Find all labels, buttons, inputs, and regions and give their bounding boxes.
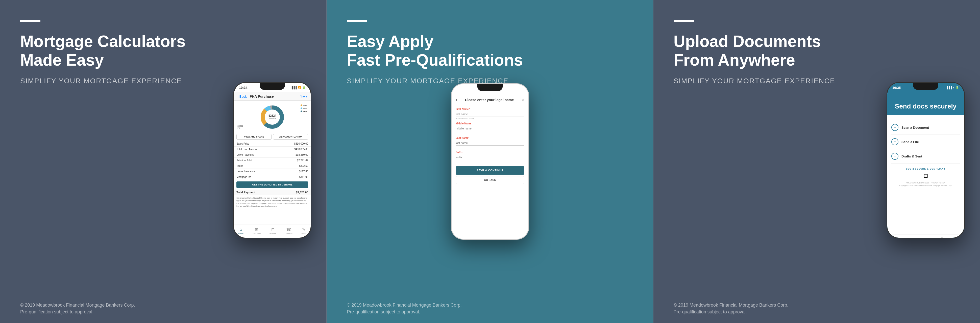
- chart-labels-right: $312 $892 $128: [301, 104, 307, 112]
- table-row: Total Loan Amount $480,005.63: [234, 147, 311, 152]
- left-phone-frame: 10:34 ▐▐▐ 📶 🔋 ‹ Back FHA Purchase Save: [233, 82, 312, 239]
- right-bottom-contacts[interactable]: ☎ Contacts: [938, 237, 946, 238]
- left-panel: Mortgage Calculators Made Easy SIMPLIFY …: [0, 0, 326, 323]
- left-phone-footer-text: It is important to find the right home l…: [234, 195, 311, 209]
- get-prequalified-btn[interactable]: GET PRE-QUALIFIED BY JEROME: [236, 181, 308, 188]
- bottom-nav-calculator[interactable]: ⊞ Calculator: [252, 227, 261, 235]
- scan-document-option[interactable]: + Scan a Document: [891, 120, 960, 135]
- chart-center-text: $2624 Monthly: [269, 114, 276, 119]
- left-calc-table: Sales Price $510,000.00 Total Loan Amoun…: [234, 141, 311, 180]
- table-row: Mortgage Ins $311.98: [234, 174, 311, 180]
- table-row: Sales Price $510,000.00: [234, 141, 311, 147]
- form-close-btn[interactable]: ×: [522, 97, 524, 103]
- right-status-time: 10:35: [892, 86, 901, 90]
- send-file-label: Send a File: [902, 140, 919, 144]
- send-docs-body: + Scan a Document + Send a File + Drafts…: [887, 115, 964, 234]
- right-bottom-home[interactable]: ⌂ Home: [892, 237, 897, 238]
- drafts-plus-icon: +: [891, 153, 899, 160]
- table-row: Down Payment $38,250.00: [234, 152, 311, 158]
- left-total-table: Total Payment $3,623.60: [234, 190, 311, 195]
- table-row: Home Insurance $127.50: [234, 169, 311, 174]
- form-title: Please enter your legal name: [457, 98, 522, 102]
- left-status-bar: 10:34 ▐▐▐ 📶 🔋: [234, 83, 311, 92]
- middle-notch-spacer: [452, 84, 528, 93]
- suffix-label: Suffix: [456, 151, 524, 154]
- accent-bar-middle: [347, 20, 367, 22]
- drafts-sent-option[interactable]: + Drafts & Sent: [891, 149, 960, 163]
- accent-bar-left: [20, 20, 40, 22]
- left-status-icons: ▐▐▐ 📶 🔋: [291, 86, 305, 89]
- right-phone-screen: 10:35 ▐▐▐ ● 🔋 Send docs securely +: [887, 83, 964, 238]
- table-row: Taxes $892.50: [234, 163, 311, 169]
- right-phone-area: 10:35 ▐▐▐ ● 🔋 Send docs securely +: [886, 13, 965, 308]
- chart-label-left: $2292 P&I: [237, 125, 243, 129]
- send-docs-title: Send docs securely: [891, 103, 960, 110]
- left-calc-buttons: VIEW AND SHARE VIEW AMORTIZATION: [234, 133, 311, 141]
- middle-phone-frame: ‹ Please enter your legal name × First N…: [451, 83, 529, 240]
- equal-housing-area: ⊟: [891, 170, 960, 182]
- middle-name-label: Middle Name: [456, 122, 524, 125]
- first-name-input[interactable]: [456, 112, 524, 117]
- view-amortization-btn[interactable]: VIEW AMORTIZATION: [273, 134, 308, 139]
- send-plus-icon: +: [891, 138, 899, 145]
- right-status-icons: ▐▐▐ ● 🔋: [946, 86, 959, 89]
- left-phone-area: 10:34 ▐▐▐ 📶 🔋 ‹ Back FHA Purchase Save: [233, 13, 312, 308]
- middle-phone-screen: ‹ Please enter your legal name × First N…: [452, 84, 528, 239]
- right-panel: Upload Documents From Anywhere SIMPLIFY …: [654, 0, 980, 323]
- left-status-time: 10:34: [239, 86, 247, 90]
- left-nav-save[interactable]: Save: [300, 95, 307, 98]
- right-bottom-browse[interactable]: ⊡ Browse: [923, 237, 930, 238]
- accent-bar-right: [674, 20, 694, 22]
- table-row: Principal & Int $2,291.62: [234, 158, 311, 163]
- suffix-input[interactable]: [456, 155, 524, 160]
- left-chart-area: $2624 Monthly $312 $892: [234, 101, 311, 133]
- legal-text: NMLS CONSUMER ACCESS | PRIVACY POLICY Co…: [891, 182, 960, 187]
- right-bottom-loans[interactable]: ✎ Loans: [955, 237, 960, 238]
- left-phone-screen: 10:34 ▐▐▐ 📶 🔋 ‹ Back FHA Purchase Save: [234, 83, 311, 238]
- first-name-label: First Name*: [456, 108, 524, 111]
- save-continue-btn[interactable]: SAVE & CONTINUE: [456, 166, 524, 175]
- form-fields: First Name* Borrower First Name Middle N…: [452, 105, 528, 163]
- middle-form-header: ‹ Please enter your legal name ×: [452, 93, 528, 105]
- right-phone-frame: 10:35 ▐▐▐ ● 🔋 Send docs securely +: [886, 82, 965, 239]
- equal-housing-icon: ⊟: [891, 173, 960, 179]
- right-footer: © 2019 Meadowbrook Financial Mortgage Ba…: [674, 302, 789, 315]
- left-nav-back[interactable]: ‹ Back: [237, 95, 247, 98]
- send-file-option[interactable]: + Send a File: [891, 135, 960, 149]
- view-share-btn[interactable]: VIEW AND SHARE: [236, 134, 272, 139]
- scan-plus-icon: +: [891, 124, 899, 131]
- suffix-sublabel: [456, 160, 524, 163]
- middle-phone-area: ‹ Please enter your legal name × First N…: [451, 15, 529, 308]
- send-docs-screen: Send docs securely + Scan a Document + S…: [887, 92, 964, 238]
- first-name-sublabel: Borrower First Name: [456, 117, 524, 120]
- right-status-bar: 10:35 ▐▐▐ ● 🔋: [887, 83, 964, 92]
- bottom-nav-browse[interactable]: ⊡ Browse: [269, 227, 276, 235]
- scan-label: Scan a Document: [902, 126, 929, 130]
- right-bottom-nav: ⌂ Home ⊞ Calculator ⊡ Browse ☎: [887, 234, 964, 238]
- last-name-input[interactable]: [456, 140, 524, 146]
- bottom-nav-loans[interactable]: ✎ Loans: [301, 227, 307, 235]
- middle-name-sublabel: [456, 132, 524, 134]
- drafts-label: Drafts & Sent: [902, 154, 922, 158]
- bottom-nav-home[interactable]: ⌂ Home: [238, 227, 243, 234]
- soc-label: SOC 2 SECURE & COMPLIANT: [891, 163, 960, 170]
- middle-name-input[interactable]: [456, 126, 524, 131]
- left-nav-title: FHA Purchase: [250, 94, 274, 98]
- right-bottom-calculator[interactable]: ⊞ Calculator: [905, 237, 914, 238]
- go-back-btn[interactable]: GO BACK: [456, 176, 524, 184]
- last-name-label: Last Name*: [456, 136, 524, 139]
- middle-panel: Easy Apply Fast Pre-Qualifications SIMPL…: [326, 0, 653, 323]
- bottom-nav-contacts[interactable]: ☎ Contacts: [285, 227, 293, 235]
- left-nav-bar: ‹ Back FHA Purchase Save: [234, 92, 311, 101]
- last-name-sublabel: [456, 146, 524, 148]
- middle-footer: © 2019 Meadowbrook Financial Mortgage Ba…: [347, 302, 462, 315]
- left-footer: © 2019 Meadowbrook Financial Mortgage Ba…: [20, 302, 135, 315]
- total-row: Total Payment $3,623.60: [234, 190, 311, 195]
- send-docs-header: Send docs securely: [887, 92, 964, 115]
- left-bottom-nav: ⌂ Home ⊞ Calculator ⊡ Browse ☎ Contacts: [234, 225, 311, 238]
